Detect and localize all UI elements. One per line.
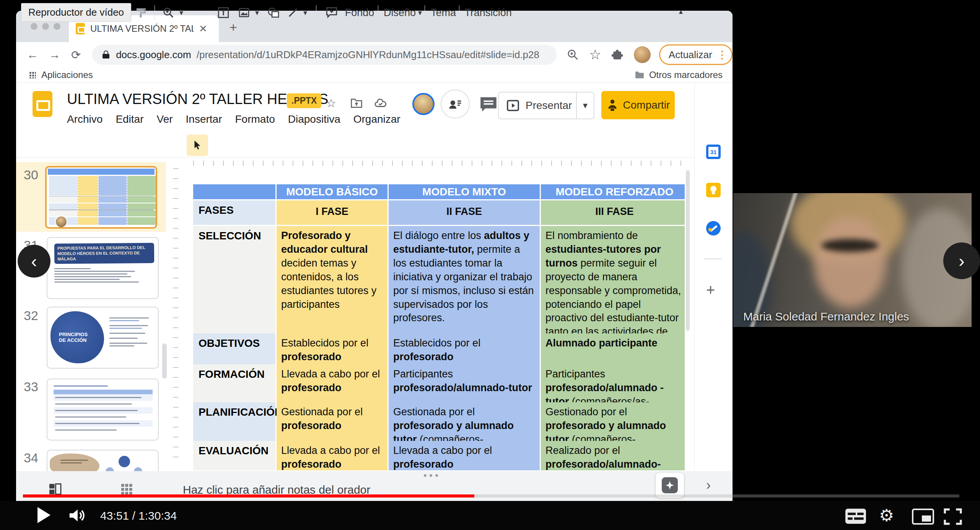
address-bar[interactable]: docs.google.com/presentation/d/1uRDkP4ER…: [92, 45, 557, 65]
player-tooltip: Reproductor de vídeo: [21, 3, 131, 22]
update-chrome-button[interactable]: Actualizar ⋮: [659, 44, 733, 65]
captions-icon[interactable]: [845, 508, 867, 525]
extension-puzzle-icon[interactable]: [611, 48, 624, 61]
filmstrip-view-button[interactable]: [48, 483, 62, 496]
apps-grid-icon[interactable]: [29, 72, 36, 78]
side-panel-divider: [704, 258, 722, 259]
collapse-toolbar-icon[interactable]: ▾: [673, 0, 689, 25]
menu-ver[interactable]: Ver: [157, 113, 173, 125]
filmstrip-scrollbar[interactable]: [162, 343, 167, 379]
share-button[interactable]: Compartir: [601, 91, 675, 119]
other-bookmarks[interactable]: Otros marcadores: [635, 70, 723, 80]
layout-button[interactable]: Diseño: [383, 0, 416, 25]
google-side-panel: [694, 83, 733, 471]
keep-icon[interactable]: [706, 183, 721, 197]
presence-avatar[interactable]: [412, 93, 435, 115]
present-to-meeting-button[interactable]: [441, 89, 470, 119]
bookmark-star-icon[interactable]: ☆: [589, 47, 601, 63]
close-tab-icon[interactable]: ✕: [199, 23, 207, 35]
expand-side-panel-icon[interactable]: ›: [706, 477, 711, 493]
zoom-dropdown-icon[interactable]: ▾: [177, 0, 186, 25]
paint-format-button[interactable]: [132, 0, 149, 25]
transition-button[interactable]: Transición: [465, 0, 511, 25]
slide-thumbnail-30[interactable]: [45, 166, 157, 229]
menu-diapositiva[interactable]: Diapositiva: [288, 113, 340, 125]
cloud-status-icon[interactable]: [374, 98, 387, 109]
present-dropdown-icon[interactable]: ▼: [576, 93, 594, 119]
slide-number: 33: [20, 379, 42, 394]
menu-insertar[interactable]: Insertar: [186, 113, 222, 125]
table-cell: Establecidos por el profesorado: [277, 333, 387, 367]
back-icon[interactable]: ←: [27, 48, 38, 61]
table-header: MODELO REFORZADO: [541, 184, 685, 199]
text-box-button[interactable]: [214, 0, 233, 25]
menu-editar[interactable]: Editar: [116, 113, 143, 125]
zoom-page-icon[interactable]: [567, 48, 579, 61]
volume-icon[interactable]: [67, 506, 86, 525]
time-display: 43:51 / 1:30:34: [100, 509, 177, 522]
present-button[interactable]: Presentar ▼: [498, 92, 594, 119]
move-folder-icon[interactable]: [350, 98, 363, 109]
slide-thumbnail-32[interactable]: PRINCIPIOS DE ACCIÓN: [47, 307, 159, 369]
webcam-video: Maria Soledad Fernandez Ingles: [733, 193, 972, 327]
insert-image-button[interactable]: [236, 0, 252, 25]
folder-icon: [635, 71, 645, 79]
table-header: MODELO MIXTO: [389, 184, 540, 199]
progress-bar-fill[interactable]: [23, 494, 474, 497]
reload-icon[interactable]: ⟳: [71, 48, 81, 62]
get-addons-button[interactable]: +: [706, 281, 715, 299]
tasks-icon[interactable]: [706, 221, 721, 236]
slide-number: 30: [20, 167, 42, 182]
grid-view-button[interactable]: [120, 483, 134, 496]
theme-button[interactable]: Tema: [430, 0, 457, 25]
slide-thumbnail-33[interactable]: [47, 379, 159, 441]
insert-shape-button[interactable]: [265, 0, 282, 25]
notes-resize-handle[interactable]: [424, 474, 438, 477]
image-dropdown-icon[interactable]: ▾: [252, 0, 262, 25]
slide-number: 34: [20, 450, 42, 465]
select-tool-button[interactable]: [187, 135, 208, 156]
browser-menu-icon[interactable]: ⋮: [717, 49, 728, 61]
calendar-icon[interactable]: 31: [706, 145, 721, 159]
thumb-31-title: PROPUESTAS PARA EL DESARROLLO DEL MODELO…: [57, 245, 151, 262]
table-row-label: EVALUACIÓN: [193, 441, 275, 470]
comments-icon[interactable]: [479, 96, 498, 113]
table-cell: Llevada a cabo por el profesorado: [277, 441, 387, 470]
slide-number: 32: [20, 308, 42, 323]
table-cell: Establecidos por el profesorado: [389, 333, 540, 367]
slide-thumbnail-34[interactable]: [47, 450, 159, 471]
menu-organizar[interactable]: Organizar: [353, 113, 400, 125]
fullscreen-icon[interactable]: [943, 508, 962, 525]
horizontal-ruler: [193, 161, 685, 166]
next-slide-button[interactable]: ›: [943, 242, 980, 279]
canvas-scrollbar[interactable]: [686, 170, 690, 331]
insert-comment-button[interactable]: [322, 0, 341, 25]
slide-table: MODELO BÁSICOMODELO MIXTOMODELO REFORZAD…: [193, 184, 685, 470]
star-doc-icon[interactable]: ☆: [326, 96, 336, 110]
zoom-tool-icon[interactable]: [160, 0, 177, 25]
miniplayer-icon[interactable]: [912, 509, 934, 525]
menu-formato[interactable]: Formato: [235, 113, 275, 125]
settings-gear-icon[interactable]: ⚙: [879, 506, 894, 525]
menu-bar: ArchivoEditarVerInsertarFormatoDiapositi…: [67, 113, 411, 128]
profile-avatar[interactable]: [634, 46, 651, 63]
play-button[interactable]: [37, 507, 50, 523]
vertical-ruler: [173, 168, 178, 467]
table-cell: Llevada a cabo por el profesorado: [389, 441, 540, 470]
table-cell: I FASE: [277, 200, 387, 225]
layout-dropdown-icon[interactable]: ▾: [415, 0, 425, 25]
table-row-label: FASES: [193, 200, 275, 225]
previous-slide-button[interactable]: ‹: [18, 245, 50, 278]
explore-icon: [662, 477, 678, 493]
forward-icon[interactable]: →: [49, 48, 60, 61]
line-dropdown-icon[interactable]: ▾: [301, 0, 310, 25]
insert-line-button[interactable]: [285, 0, 301, 25]
bookmarks-bar: Aplicaciones Otros marcadores: [16, 67, 733, 83]
background-button[interactable]: Fondo: [344, 0, 375, 25]
menu-archivo[interactable]: Archivo: [67, 113, 103, 125]
bookmark-aplicaciones[interactable]: Aplicaciones: [41, 70, 93, 80]
toolbar: [16, 132, 733, 158]
google-slides-logo: [33, 91, 52, 117]
slide-thumbnail-31[interactable]: PROPUESTAS PARA EL DESARROLLO DEL MODELO…: [47, 237, 159, 299]
table-cell: Alumnado participante: [541, 333, 685, 367]
